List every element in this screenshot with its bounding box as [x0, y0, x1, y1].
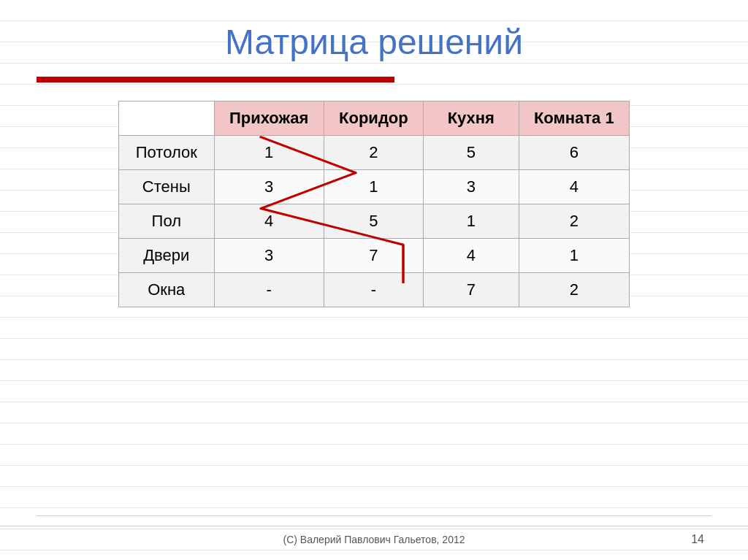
header-kukhnya: Кухня — [424, 101, 519, 136]
cell: 5 — [424, 136, 519, 170]
cell: 6 — [519, 136, 629, 170]
row-header: Потолок — [119, 136, 215, 170]
header-komnata1: Комната 1 — [519, 101, 629, 136]
row-header: Стены — [119, 170, 215, 204]
cell: 4 — [519, 170, 629, 204]
decision-matrix-table: Прихожая Коридор Кухня Комната 1 Потолок… — [118, 101, 630, 307]
cell: 4 — [214, 204, 324, 239]
footer: (С) Валерий Павлович Гальетов, 2012 14 — [0, 526, 748, 545]
cell: 4 — [424, 239, 519, 273]
table-row: Пол4512 — [119, 204, 630, 239]
cell: 3 — [424, 170, 519, 204]
cell: 7 — [324, 239, 423, 273]
table-header-row: Прихожая Коридор Кухня Комната 1 — [119, 101, 630, 136]
table-row: Стены3134 — [119, 170, 630, 204]
row-header: Окна — [119, 273, 215, 307]
row-header: Двери — [119, 239, 215, 273]
row-header: Пол — [119, 204, 215, 239]
cell: 5 — [324, 204, 423, 239]
cell: 3 — [214, 239, 324, 273]
footer-line — [37, 515, 711, 516]
slide-title: Матрица решений — [225, 22, 523, 62]
header-empty — [119, 101, 215, 136]
cell: 1 — [519, 239, 629, 273]
table-container: Прихожая Коридор Кухня Комната 1 Потолок… — [118, 101, 630, 307]
cell: - — [214, 273, 324, 307]
cell: 1 — [214, 136, 324, 170]
red-bar — [37, 77, 394, 83]
slide: Матрица решений Прихожая Коридор Кухня К… — [0, 0, 748, 560]
table-row: Окна--72 — [119, 273, 630, 307]
cell: 3 — [214, 170, 324, 204]
cell: 7 — [424, 273, 519, 307]
cell: 1 — [424, 204, 519, 239]
cell: 2 — [519, 273, 629, 307]
footer-page: 14 — [691, 533, 704, 546]
copyright-text: (С) Валерий Павлович Гальетов, 2012 — [283, 534, 465, 545]
header-koridor: Коридор — [324, 101, 423, 136]
cell: 1 — [324, 170, 423, 204]
header-prikhojaya: Прихожая — [214, 101, 324, 136]
table-row: Двери3741 — [119, 239, 630, 273]
cell: 2 — [519, 204, 629, 239]
table-row: Потолок1256 — [119, 136, 630, 170]
footer-copyright: (С) Валерий Павлович Гальетов, 2012 — [0, 534, 748, 545]
cell: 2 — [324, 136, 423, 170]
cell: - — [324, 273, 423, 307]
